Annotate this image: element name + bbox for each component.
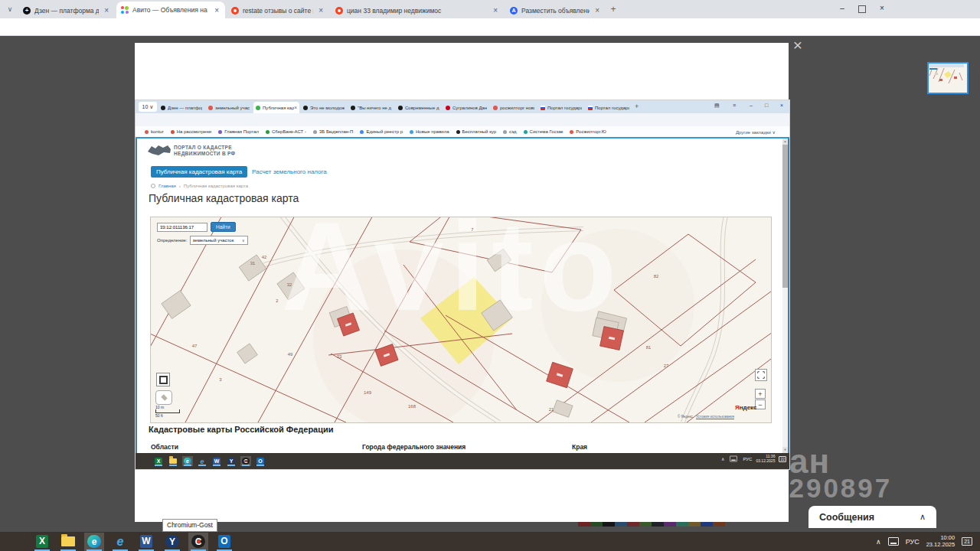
inner-scrollbar-thumb[interactable] bbox=[782, 145, 788, 288]
taskbar-ie[interactable]: e bbox=[110, 533, 130, 551]
object-type-select[interactable]: земельный участок ∨ bbox=[190, 236, 248, 245]
inner-tab-title: Сугралинов Дан bbox=[452, 106, 487, 110]
window-minimize-button[interactable]: – bbox=[832, 0, 852, 17]
tab-close-icon[interactable]: × bbox=[492, 6, 499, 15]
tab-close-icon[interactable]: × bbox=[317, 6, 325, 15]
new-tab-button[interactable]: + bbox=[607, 3, 619, 15]
inner-tab-title: Портал государс bbox=[595, 106, 629, 110]
taskbar-word[interactable]: W bbox=[211, 456, 222, 466]
tab-title: Разместить объявление о прода bbox=[521, 7, 590, 15]
photo-strip-segment[interactable] bbox=[688, 522, 701, 527]
column-regions[interactable]: Области bbox=[151, 443, 178, 451]
window-maximize-button[interactable] bbox=[852, 0, 872, 17]
taskbar-start[interactable] bbox=[139, 456, 149, 466]
gallery-thumbnail[interactable] bbox=[927, 62, 969, 94]
nav-link-land-tax[interactable]: Расчет земельного налога bbox=[252, 168, 327, 175]
column-krais[interactable]: Края bbox=[572, 443, 587, 451]
photo-strip-segment[interactable] bbox=[652, 522, 664, 527]
maximize-icon bbox=[858, 5, 866, 13]
scrollbar-down-arrow[interactable]: ▼ bbox=[782, 447, 788, 453]
photo-strip-segment[interactable] bbox=[701, 522, 713, 527]
photo-strip-segment[interactable] bbox=[713, 522, 725, 527]
taskbar-outlook[interactable]: O bbox=[255, 456, 266, 466]
taskbar-yandex[interactable]: Y bbox=[226, 456, 237, 466]
tray-chevron-icon[interactable]: ∧ bbox=[721, 456, 724, 461]
tab-close-icon[interactable]: × bbox=[213, 6, 220, 15]
taskbar-cgost[interactable]: C bbox=[188, 533, 208, 551]
photo-strip-segment[interactable] bbox=[639, 522, 652, 527]
inner-tab-title: росжилторг нова bbox=[500, 106, 534, 110]
photo-strip-segment[interactable] bbox=[603, 522, 615, 527]
bookmark-item: Росжилторг.Ю bbox=[570, 129, 606, 134]
window-close-button[interactable]: × bbox=[872, 0, 892, 17]
tray-chevron-icon[interactable]: ∧ bbox=[876, 538, 881, 546]
bookmark-label: СберБанк-АСТ - bbox=[272, 129, 306, 134]
tab-close-icon[interactable]: × bbox=[593, 6, 601, 15]
site-logo-text: ПОРТАЛ О КАДАСТРЕ НЕДВИЖИМОСТИ В РФ bbox=[174, 145, 235, 157]
red-dot bbox=[244, 460, 247, 462]
browser-tab[interactable]: restate отзывы о сайте недвижи× bbox=[227, 2, 329, 18]
inner-window-control-icon: – bbox=[750, 103, 753, 108]
fullscreen-button[interactable] bbox=[755, 369, 767, 381]
taskbar-excel[interactable]: X bbox=[32, 533, 52, 551]
folder-glyph bbox=[169, 458, 176, 464]
taskbar-outlook[interactable]: O bbox=[214, 533, 234, 551]
inner-browser-tab: Это не молодож bbox=[301, 102, 347, 113]
browser-tab[interactable]: AРазместить объявление о прода× bbox=[505, 2, 606, 18]
tab-close-icon[interactable]: × bbox=[103, 6, 110, 15]
cadastral-number-input[interactable] bbox=[157, 223, 207, 232]
tab-search-chevron-icon[interactable]: ∨ bbox=[4, 3, 16, 15]
clock[interactable]: 10:00 23.12.2025 bbox=[926, 535, 956, 548]
parcel-number-label: 82 bbox=[654, 274, 659, 279]
browser-tab[interactable]: циан 33 владимир недвижимос× bbox=[331, 2, 504, 18]
nav-tab-cadastral-map[interactable]: Публичная кадастровая карта bbox=[151, 166, 247, 178]
language-indicator[interactable]: РУС bbox=[743, 457, 752, 461]
cadastral-map[interactable]: Avito 74231322474933314916821828127 Найт… bbox=[150, 217, 772, 423]
taskbar-excel[interactable]: X bbox=[153, 456, 164, 466]
taskbar-edge[interactable]: e bbox=[84, 533, 104, 551]
keyboard-icon[interactable] bbox=[888, 537, 899, 546]
language-indicator[interactable]: РУС bbox=[906, 538, 920, 546]
search-button[interactable]: Найти bbox=[211, 222, 236, 232]
browser-tab[interactable]: +Дзен — платформа для просмо× bbox=[18, 2, 115, 18]
photo-strip-segment[interactable] bbox=[590, 522, 603, 527]
taskbar-edge[interactable]: e bbox=[182, 456, 193, 466]
taskbar-word[interactable]: W bbox=[136, 533, 156, 551]
other-bookmarks: Другие закладки ∨ bbox=[736, 129, 776, 135]
avito-dot bbox=[121, 6, 124, 9]
terms-link[interactable]: Условия использования bbox=[696, 415, 734, 419]
breadcrumb-home[interactable]: Главная bbox=[158, 184, 176, 188]
notifications-icon[interactable]: 21 bbox=[962, 537, 972, 546]
active-app-underline bbox=[87, 549, 102, 551]
clock[interactable]: 11:36 03.12.2025 bbox=[756, 455, 775, 463]
messages-panel[interactable]: Сообщения ∧ bbox=[808, 506, 936, 528]
map-overview-button[interactable] bbox=[156, 373, 170, 386]
yandex-logo[interactable]: Яндекс bbox=[735, 404, 756, 411]
os-taskbar: XeeWYCO ∧ РУС 10:00 23.12.2025 21 bbox=[0, 532, 980, 551]
column-federal-cities[interactable]: Города федерального значения bbox=[362, 443, 466, 451]
messages-label: Сообщения bbox=[819, 512, 874, 523]
notifications-icon[interactable]: 22 bbox=[779, 456, 786, 462]
chevron-up-icon[interactable]: ∧ bbox=[920, 512, 926, 522]
taskbar-cgost[interactable]: C bbox=[240, 456, 251, 466]
taskbar-ie[interactable]: e bbox=[197, 456, 207, 466]
gallery-close-icon[interactable]: × bbox=[790, 37, 805, 53]
taskbar-explorer[interactable] bbox=[58, 533, 78, 551]
tab-favicon bbox=[161, 106, 165, 110]
taskbar-yandex[interactable]: Y bbox=[162, 533, 182, 551]
photo-strip-segment[interactable] bbox=[676, 522, 688, 527]
photo-strip-segment[interactable] bbox=[578, 522, 590, 527]
gallery-image-modal[interactable]: 10 ∨ Дзен — платфорземельный учасПубличн… bbox=[135, 43, 789, 522]
taskbar-start[interactable] bbox=[6, 533, 26, 551]
browser-tab[interactable]: Авито — Объявления на сайте А× bbox=[116, 2, 225, 18]
photo-thumbnails-strip[interactable] bbox=[578, 522, 725, 527]
filter-label: Определение: bbox=[157, 238, 188, 243]
map-layers-button[interactable] bbox=[155, 390, 172, 405]
photo-strip-segment[interactable] bbox=[615, 522, 627, 527]
keyboard-icon[interactable] bbox=[730, 456, 737, 462]
photo-strip-segment[interactable] bbox=[664, 522, 676, 527]
taskbar-explorer[interactable] bbox=[168, 456, 178, 466]
zoom-in-button[interactable]: + bbox=[755, 389, 766, 399]
photo-strip-segment[interactable] bbox=[627, 522, 639, 527]
scrollbar-up-arrow[interactable]: ▲ bbox=[782, 139, 788, 145]
